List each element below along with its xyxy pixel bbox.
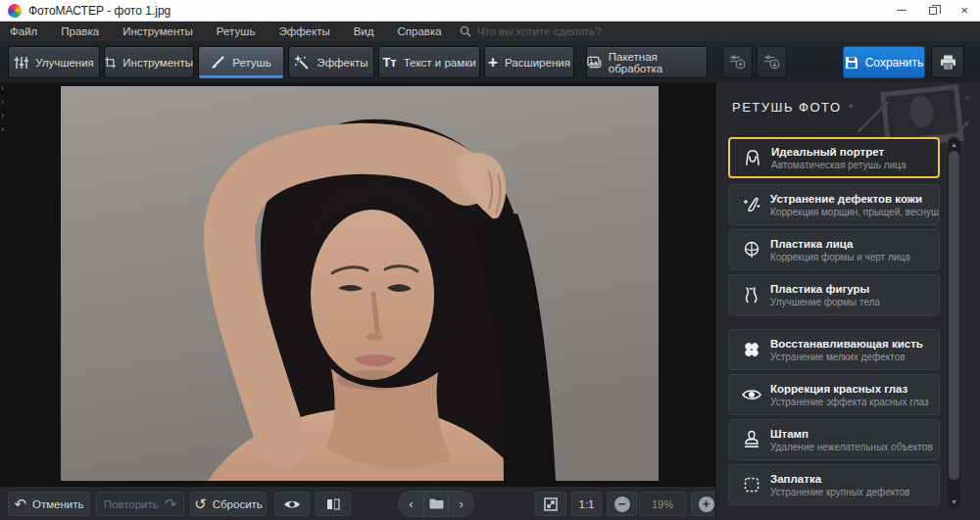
- tool-subtitle: Коррекция морщин, прыщей, веснушек: [770, 207, 939, 217]
- tab-tools[interactable]: Инструменты: [104, 46, 194, 78]
- tool-subtitle: Улучшение формы тела: [770, 297, 880, 307]
- scroll-down-icon: ▼: [948, 498, 960, 505]
- tab-batch-processing[interactable]: Пакетная обработка: [586, 46, 708, 78]
- plus-icon: +: [488, 58, 498, 68]
- crop-icon: [105, 56, 116, 70]
- split-compare-icon: [326, 497, 340, 511]
- tab-label: Инструменты: [122, 57, 193, 69]
- fit-to-screen-button[interactable]: [535, 492, 566, 516]
- panel-title: РЕТУШЬ ФОТО: [732, 100, 842, 115]
- tool-healing-brush[interactable]: Восстанавливающая кисть Устранение мелки…: [728, 329, 940, 370]
- zoom-out-button[interactable]: −: [607, 492, 637, 516]
- text-icon: Tт: [382, 55, 396, 70]
- tool-title: Восстанавливающая кисть: [770, 338, 923, 350]
- tab-enhancements[interactable]: Улучшения: [8, 46, 100, 78]
- chevron-right-icon: ›: [1, 112, 4, 120]
- menu-help[interactable]: Справка: [386, 22, 454, 41]
- chevron-right-icon: ›: [1, 125, 4, 134]
- undo-label: Отменить: [32, 498, 84, 510]
- menu-tools[interactable]: Инструменты: [111, 22, 205, 41]
- open-folder-button[interactable]: [423, 492, 449, 516]
- portrait-icon: [738, 148, 767, 167]
- tool-subtitle: Коррекция формы и черт лица: [770, 252, 910, 262]
- tool-subtitle: Устранение эффекта красных глаз: [770, 397, 929, 407]
- menu-view[interactable]: Вид: [342, 22, 386, 41]
- search-placeholder: Что вы хотите сделать?: [477, 25, 602, 37]
- tool-face-sculpt[interactable]: Пластика лица Коррекция формы и черт лиц…: [728, 229, 940, 270]
- close-button[interactable]: ×: [949, 0, 980, 22]
- next-photo-button[interactable]: ›: [448, 492, 473, 516]
- scrollbar-thumb[interactable]: [949, 151, 959, 480]
- tab-text-frames[interactable]: Tт Текст и рамки: [378, 46, 480, 78]
- photo-woman-portrait[interactable]: [61, 86, 659, 481]
- reset-label: Сбросить: [213, 498, 263, 510]
- maximize-button[interactable]: [917, 0, 949, 22]
- tab-label: Эффекты: [317, 57, 368, 69]
- tab-extensions[interactable]: + Расширения: [484, 46, 574, 78]
- plus-icon: +: [699, 496, 714, 512]
- svg-text:✦: ✦: [964, 94, 970, 101]
- before-after-compare-button[interactable]: [316, 492, 351, 516]
- prev-photo-button[interactable]: ‹: [399, 492, 423, 516]
- eye-icon: [283, 498, 301, 510]
- tool-subtitle: Удаление нежелательных объектов: [770, 442, 933, 452]
- save-icon: [845, 56, 858, 70]
- tool-skin-defects[interactable]: Устранение дефектов кожи Коррекция морщи…: [728, 184, 940, 225]
- zoom-level[interactable]: 19%: [639, 492, 686, 516]
- menu-effects[interactable]: Эффекты: [267, 22, 341, 41]
- chevron-left-icon: ‹: [409, 496, 413, 511]
- photomaster-app: ФотоМАСТЕР - фото 1.jpg × Файл Правка Ин…: [0, 0, 980, 520]
- sliders-download-icon: [763, 55, 780, 70]
- reset-button[interactable]: ↺ Сбросить: [190, 492, 267, 516]
- add-preset-button[interactable]: [722, 46, 753, 78]
- tool-subtitle: Устранение мелких дефектов: [770, 352, 923, 362]
- menu-file[interactable]: Файл: [10, 22, 49, 41]
- tab-effects[interactable]: Эффекты: [288, 46, 374, 78]
- tool-title: Устранение дефектов кожи: [770, 193, 939, 205]
- panel-scrollbar[interactable]: ▲ ▼: [948, 137, 960, 509]
- redo-button[interactable]: Повторить ↷: [96, 492, 184, 516]
- menu-edit[interactable]: Правка: [49, 22, 111, 41]
- tab-bar: Улучшения Инструменты Ретушь Эффекты Tт …: [0, 41, 980, 82]
- tab-label: Ретушь: [232, 57, 271, 69]
- save-button[interactable]: Сохранить: [843, 46, 925, 78]
- bottom-toolbar: ↶ Отменить Повторить ↷ ↺ Сбросить ‹ ›: [0, 487, 715, 520]
- minimize-button[interactable]: [886, 0, 917, 22]
- chevron-right-icon: ›: [1, 98, 4, 107]
- redo-icon: ↷: [165, 498, 177, 510]
- tab-label: Расширения: [505, 57, 570, 69]
- tool-title: Пластика лица: [770, 238, 910, 250]
- eye-icon: [737, 388, 766, 402]
- undo-icon: ↶: [14, 498, 26, 510]
- print-button[interactable]: [931, 46, 964, 78]
- tab-retouch[interactable]: Ретушь: [198, 46, 284, 78]
- sliders-icon: [14, 56, 28, 70]
- command-search[interactable]: Что вы хотите сделать?: [460, 25, 602, 37]
- tool-title: Штамп: [770, 428, 933, 440]
- printer-icon: [940, 55, 956, 71]
- actual-size-button[interactable]: 1:1: [571, 492, 602, 516]
- tool-body-sculpt[interactable]: Пластика фигуры Улучшение формы тела: [728, 274, 940, 315]
- chevron-right-icon: ›: [460, 496, 464, 511]
- save-label: Сохранить: [865, 56, 924, 70]
- tool-subtitle: Автоматическая ретушь лица: [771, 160, 906, 170]
- tool-patch[interactable]: Заплатка Устранение крупных дефектов: [728, 464, 940, 505]
- app-logo-icon: [8, 4, 22, 18]
- tab-label: Текст и рамки: [404, 57, 476, 69]
- photo-navigator: ‹ ›: [398, 491, 474, 517]
- healing-pen-icon: [737, 195, 766, 214]
- folder-icon: [429, 498, 444, 509]
- download-preset-button[interactable]: [757, 46, 787, 78]
- undo-button[interactable]: ↶ Отменить: [8, 492, 90, 516]
- preview-original-button[interactable]: [274, 492, 310, 516]
- patch-icon: [737, 475, 766, 495]
- collapsed-panel-handles[interactable]: › › › ›: [1, 84, 4, 134]
- menu-retouch[interactable]: Ретушь: [205, 22, 268, 41]
- search-icon: [460, 25, 471, 37]
- tool-title: Идеальный портрет: [771, 146, 906, 158]
- tab-label: Улучшения: [35, 57, 94, 69]
- tool-stamp[interactable]: Штамп Удаление нежелательных объектов: [728, 419, 940, 460]
- tool-perfect-portrait[interactable]: Идеальный портрет Автоматическая ретушь …: [728, 137, 940, 178]
- tab-label: Пакетная обработка: [609, 51, 707, 74]
- tool-red-eye[interactable]: Коррекция красных глаз Устранение эффект…: [728, 374, 940, 415]
